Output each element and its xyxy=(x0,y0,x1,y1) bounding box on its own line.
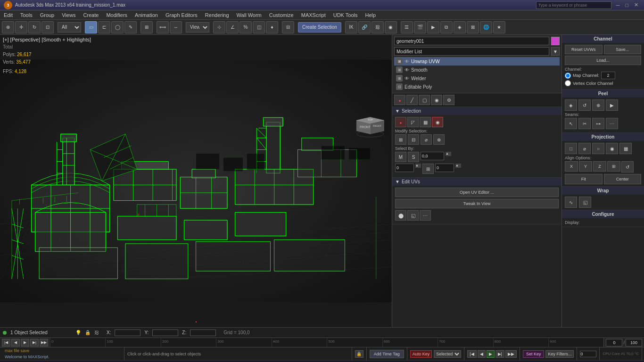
menu-rendering[interactable]: Rendering xyxy=(201,11,233,19)
peel-best-map-btn[interactable]: ◈ xyxy=(565,99,577,111)
proj-cylinder-btn[interactable]: ⌀ xyxy=(578,143,591,154)
set-key-btn[interactable]: Set Key xyxy=(523,350,545,358)
sel-by-element-btn[interactable]: ⊞ xyxy=(422,164,434,174)
center-btn[interactable]: Center xyxy=(604,174,642,184)
reset-uvws-btn[interactable]: Reset UVWs xyxy=(565,45,603,54)
sel-num2-up[interactable]: ▲ xyxy=(455,164,461,168)
align-x-btn[interactable]: X xyxy=(565,161,578,172)
minimize-btn[interactable]: ─ xyxy=(614,1,622,8)
scale-tool-btn[interactable]: ⊡ xyxy=(41,21,54,33)
sel-spin-up[interactable]: ▲ xyxy=(446,152,451,156)
search-input[interactable] xyxy=(536,1,611,9)
material-editor-btn[interactable]: ◈ xyxy=(454,21,466,33)
seam-btn-3[interactable]: ⊶ xyxy=(592,118,604,129)
restore-btn[interactable]: □ xyxy=(623,1,630,8)
spinner-snap-btn[interactable]: ◫ xyxy=(253,21,265,33)
seam-btn-1[interactable]: ↖ xyxy=(565,118,577,129)
transport-start-btn[interactable]: |◀ xyxy=(467,350,476,358)
channel-num-input[interactable] xyxy=(601,72,615,79)
menu-modifiers[interactable]: Modifiers xyxy=(102,11,131,19)
align-y-btn[interactable]: Y xyxy=(579,161,592,172)
mirror2-btn[interactable]: ⊟ xyxy=(282,21,294,33)
link-btn[interactable]: 🔗 xyxy=(358,21,371,33)
move-tool-btn[interactable]: ✛ xyxy=(15,21,27,33)
menu-customize[interactable]: Customize xyxy=(265,11,297,19)
sel-face-btn[interactable]: ▦ xyxy=(420,117,431,127)
modifier-list-dropdown-btn[interactable]: ▼ xyxy=(551,47,560,56)
unlink-btn[interactable]: ⛓ xyxy=(372,21,384,33)
angle-snap-btn[interactable]: ∠ xyxy=(226,21,239,33)
uvw-face-btn[interactable]: ▢ xyxy=(419,95,430,105)
sel-edge-btn[interactable]: ◸ xyxy=(407,117,419,127)
uvw-vertex-btn[interactable]: ⬥ xyxy=(394,95,405,105)
lasso-select-btn[interactable]: ◯ xyxy=(111,21,124,33)
snap-toggle-btn[interactable]: ⊹ xyxy=(213,21,225,33)
seam-btn-2[interactable]: ✂ xyxy=(578,118,591,129)
wrap-spline-btn[interactable]: ∿ xyxy=(565,197,577,208)
peel-apply-btn[interactable]: ▶ xyxy=(606,99,618,111)
vertex-color-radio[interactable] xyxy=(565,80,571,86)
sel-vertex-btn[interactable]: ⬥ xyxy=(395,117,406,127)
viewport[interactable]: [+] [Perspective] [Smooth + Highlights] … xyxy=(0,35,392,327)
menu-views[interactable]: Views xyxy=(58,11,79,19)
shrink-sel-btn[interactable]: ⊟ xyxy=(408,134,419,145)
save-btn[interactable]: Save... xyxy=(604,45,642,54)
transport-prev-btn[interactable]: ◀ xyxy=(478,350,486,358)
edit-break-btn[interactable]: ⋯ xyxy=(420,210,431,221)
tl-fwd-btn[interactable]: ▶▶ xyxy=(40,339,48,346)
y-input[interactable] xyxy=(152,329,178,336)
tl-play-btn[interactable]: ▶ xyxy=(21,339,29,346)
peel-relax-btn[interactable]: ⊕ xyxy=(592,99,604,111)
view-dropdown[interactable]: View xyxy=(186,22,209,33)
modifier-unwrap-uvw[interactable]: ⊞ 👁 Unwrap UVW xyxy=(394,57,560,66)
region-select-btn[interactable]: ⊏ xyxy=(98,21,110,33)
uvw-scroll-panel[interactable]: ▼ Selection ⬥ ◸ ▦ ◉ Modify Selection: ⊞ … xyxy=(392,107,561,327)
rect-select-btn[interactable]: ▭ xyxy=(85,21,97,33)
lock-btn[interactable]: 🔒 xyxy=(355,350,363,358)
auto-key-btn[interactable]: Auto Key xyxy=(410,350,432,358)
menu-help[interactable]: Help xyxy=(361,11,380,19)
uvw-settings-btn[interactable]: ⚙ xyxy=(443,95,454,105)
proj-sphere-btn[interactable]: ○ xyxy=(592,143,604,154)
add-time-tag-btn[interactable]: Add Time Tag xyxy=(370,350,404,358)
rotate-tool-btn[interactable]: ↻ xyxy=(28,21,41,33)
selection-header[interactable]: ▼ Selection xyxy=(392,107,561,115)
tl-prev-btn[interactable]: ◀ xyxy=(11,339,20,346)
timeline-track[interactable]: 0 100 200 300 400 500 600 700 800 900 10… xyxy=(50,338,604,347)
uvw-object-btn[interactable]: ◉ xyxy=(431,95,442,105)
total-frames-input[interactable] xyxy=(626,339,642,346)
edit-uvs-header[interactable]: ▼ Edit UVs xyxy=(392,178,561,186)
key-filters-btn[interactable]: Key Filters... xyxy=(545,350,574,358)
edit-named-sel-btn[interactable]: ♦ xyxy=(266,21,278,33)
proj-planar-btn[interactable]: □ xyxy=(565,143,577,154)
create-selection-btn[interactable]: Create Selection xyxy=(298,22,341,33)
modifier-eye-icon-2[interactable]: 👁 xyxy=(405,67,409,73)
tl-back-btn[interactable]: |◀ xyxy=(2,339,10,346)
transport-play-btn[interactable]: ▶ xyxy=(487,350,495,358)
menu-wall-worm[interactable]: Wall Worm xyxy=(233,11,265,19)
sel-by-smooth-btn[interactable]: S xyxy=(408,152,419,162)
modifier-editable-poly[interactable]: ⊡ Editable Poly xyxy=(394,82,560,91)
wrap-surface-btn[interactable]: ◱ xyxy=(579,197,591,208)
layer-btn[interactable]: ☰ xyxy=(401,21,413,33)
menu-group[interactable]: Group xyxy=(36,11,58,19)
ring-sel-btn[interactable]: ⊗ xyxy=(433,134,445,145)
proj-box-btn[interactable]: ◉ xyxy=(606,143,618,154)
close-btn[interactable]: ✕ xyxy=(632,1,640,8)
filter-dropdown[interactable]: All xyxy=(58,22,81,33)
peel-peel-btn[interactable]: ↺ xyxy=(578,99,591,111)
menu-udk-tools[interactable]: UDK Tools xyxy=(330,11,362,19)
paint-select-btn[interactable]: ✎ xyxy=(124,21,137,33)
menu-edit[interactable]: Edit xyxy=(0,11,17,19)
render-scene-btn[interactable]: 🎬 xyxy=(414,21,426,33)
bottom-frame-input[interactable] xyxy=(580,351,596,357)
fit-btn[interactable]: Fit xyxy=(565,174,603,184)
sel-num-up[interactable]: ▲ xyxy=(415,164,421,168)
tweak-in-view-btn[interactable]: Tweak In View xyxy=(395,199,559,208)
percent-snap-btn[interactable]: % xyxy=(239,21,252,33)
menu-graph-editors[interactable]: Graph Editors xyxy=(162,11,201,19)
align-z-btn[interactable]: Z xyxy=(593,161,606,172)
menu-create[interactable]: Create xyxy=(79,11,102,19)
mirror-btn[interactable]: ⟺ xyxy=(157,21,169,33)
render-last-btn[interactable]: ⧉ xyxy=(440,21,453,33)
